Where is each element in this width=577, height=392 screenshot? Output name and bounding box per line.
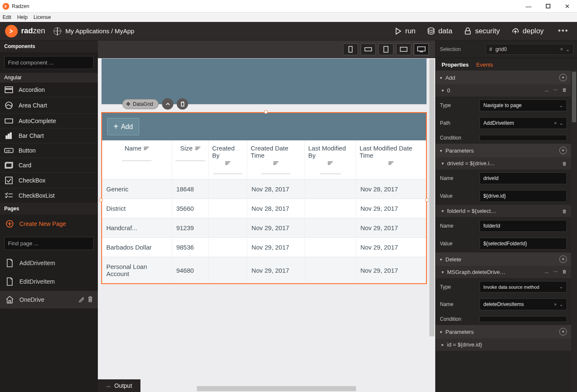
param2-name-input[interactable]: folderId — [480, 220, 567, 232]
edit-icon[interactable] — [78, 296, 84, 303]
param-driveid[interactable]: ▾driveId = ${drive.i…🗑 — [436, 157, 571, 169]
security-action[interactable]: security — [464, 27, 500, 35]
device-desktop[interactable] — [414, 43, 429, 55]
run-action[interactable]: run — [394, 27, 416, 35]
props-v-scrollbar[interactable] — [571, 71, 577, 392]
delete-component-button[interactable] — [177, 98, 188, 110]
device-tablet-landscape[interactable] — [396, 43, 411, 55]
svg-rect-19 — [400, 47, 407, 51]
table-row[interactable]: District35660Nov 28, 2017Nov 29, 2017 — [102, 199, 426, 218]
canvas[interactable]: ✥ DataGrid + Add — [98, 58, 435, 392]
plus-circle-icon[interactable]: + — [559, 328, 567, 336]
section-item-0[interactable]: ▾0︿﹀🗑 — [436, 84, 571, 97]
col-created-by[interactable]: Created By — [208, 140, 247, 180]
trash-icon[interactable] — [88, 296, 93, 303]
col-modified-by[interactable]: Last Modified By — [305, 140, 356, 180]
device-phone-portrait[interactable] — [343, 43, 358, 55]
chevron-down-icon[interactable]: ⌄ — [566, 46, 570, 52]
minimize-button[interactable]: — — [519, 0, 538, 13]
path-select[interactable]: AddDriveItem×⌄ — [480, 117, 567, 129]
table-row[interactable]: Generic18648Nov 28, 2017Nov 28, 2017 — [102, 180, 426, 199]
chevron-down-icon[interactable]: ﹀ — [553, 269, 558, 275]
component-checkbox[interactable]: CheckBox — [0, 172, 98, 188]
col-created-date[interactable]: Created Date Time — [247, 140, 305, 180]
table-row[interactable]: Barbados Dollar98536Nov 29, 2017Nov 29, … — [102, 238, 426, 257]
del-cond-input[interactable] — [480, 316, 567, 322]
page-edit-drive-item[interactable]: EditDriveItem — [0, 272, 98, 291]
del-type-select[interactable]: Invoke data source method⌄ — [480, 281, 567, 293]
component-card[interactable]: Card — [0, 158, 98, 172]
svg-rect-8 — [8, 134, 9, 139]
find-component-input[interactable]: Find component ... — [4, 56, 94, 69]
checkbox-icon — [4, 177, 13, 184]
param-folderid[interactable]: ▾folderId = ${select…🗑 — [436, 205, 571, 217]
component-bar-chart[interactable]: Bar Chart — [0, 128, 98, 143]
trash-icon[interactable]: 🗑 — [562, 87, 567, 94]
chevron-up-icon[interactable]: ︿ — [545, 269, 549, 275]
button-icon: btn — [4, 148, 13, 153]
col-name[interactable]: Name — [102, 140, 172, 180]
selection-input[interactable]: # grid0 ×⌄ — [485, 44, 574, 55]
more-icon[interactable]: ••• — [555, 27, 571, 35]
page-add-drive-item[interactable]: AddDriveItem — [0, 254, 98, 272]
device-tablet-portrait[interactable] — [378, 43, 394, 55]
datagrid[interactable]: + Add Name Size Created By Created Date … — [101, 112, 427, 284]
plus-circle-icon — [5, 220, 14, 228]
condition-input[interactable] — [480, 135, 567, 141]
trash-icon[interactable]: 🗑 — [562, 161, 567, 166]
chevron-up-icon[interactable]: ︿ — [545, 87, 549, 94]
clear-icon[interactable]: × — [560, 46, 563, 52]
section-del-parameters[interactable]: ▾Parameters+ — [436, 325, 571, 338]
page-one-drive[interactable]: OneDrive — [0, 291, 98, 309]
device-phone-landscape[interactable] — [361, 43, 376, 55]
page-header-region[interactable] — [101, 58, 427, 105]
component-tag-pill[interactable]: ✥ DataGrid — [122, 99, 159, 109]
menu-license[interactable]: License — [33, 14, 51, 20]
canvas-v-scrollbar[interactable] — [429, 58, 435, 384]
device-bar — [98, 40, 435, 58]
del-name-select[interactable]: deleteDrivesItems×⌄ — [480, 298, 567, 310]
output-tab[interactable]: ︿ Output — [98, 379, 140, 392]
component-checkboxlist[interactable]: CheckBoxList — [0, 188, 98, 203]
menu-help[interactable]: Help — [17, 14, 28, 20]
param1-name-input[interactable]: driveId — [480, 172, 567, 184]
col-modified-date[interactable]: Last Modified Date Time — [356, 140, 426, 180]
canvas-h-scrollbar[interactable] — [98, 385, 429, 392]
deploy-action[interactable]: deploy — [512, 27, 544, 35]
section-parameters[interactable]: ▾Parameters+ — [436, 144, 571, 157]
type-select[interactable]: Navigate to page⌄ — [480, 99, 567, 111]
menu-edit[interactable]: Edit — [3, 14, 11, 20]
param1-value-input[interactable]: ${drive.id} — [480, 190, 567, 202]
param2-value-input[interactable]: ${selectedFolderId} — [480, 238, 567, 250]
find-page-input[interactable]: Find page ... — [4, 237, 94, 250]
section-delete[interactable]: ▾Delete+ — [436, 252, 571, 266]
create-new-page[interactable]: Create New Page — [0, 215, 98, 233]
section-add[interactable]: ▾Add+ — [436, 71, 571, 84]
del-param-id[interactable]: ▸id = ${drive.id} — [436, 338, 571, 351]
plus-circle-icon[interactable]: + — [559, 74, 567, 81]
trash-icon[interactable]: 🗑 — [562, 209, 567, 214]
component-button[interactable]: btnButton — [0, 143, 98, 158]
chevron-down-icon[interactable]: ﹀ — [553, 87, 558, 94]
grid-add-button[interactable]: + Add — [107, 118, 139, 135]
tab-properties[interactable]: Properties — [442, 62, 469, 68]
table-row[interactable]: Personal Loan Account94680Nov 29, 2017No… — [102, 257, 426, 284]
delete-item[interactable]: ▾MSGraph.deleteDrive…︿﹀🗑 — [436, 266, 571, 278]
table-row[interactable]: Handcraf...91239Nov 29, 2017Nov 29, 2017 — [102, 218, 426, 238]
collapse-button[interactable] — [162, 98, 173, 110]
chevron-down-icon: ▾ — [440, 148, 442, 153]
svg-rect-18 — [384, 46, 388, 52]
maximize-button[interactable] — [538, 0, 558, 13]
trash-icon[interactable]: 🗑 — [562, 269, 567, 275]
component-area-chart[interactable]: Area Chart — [0, 97, 98, 113]
col-size[interactable]: Size — [172, 140, 208, 180]
close-button[interactable]: ✕ — [558, 0, 577, 13]
tab-events[interactable]: Events — [476, 62, 493, 68]
component-accordion[interactable]: Accordion — [0, 82, 98, 97]
component-autocomplete[interactable]: AutoComplete — [0, 113, 98, 128]
breadcrumb[interactable]: My Applications / MyApp — [54, 27, 134, 35]
chevron-down-icon: ▾ — [442, 161, 444, 166]
plus-circle-icon[interactable]: + — [559, 255, 567, 263]
data-action[interactable]: data — [427, 27, 452, 35]
plus-circle-icon[interactable]: + — [559, 147, 567, 154]
